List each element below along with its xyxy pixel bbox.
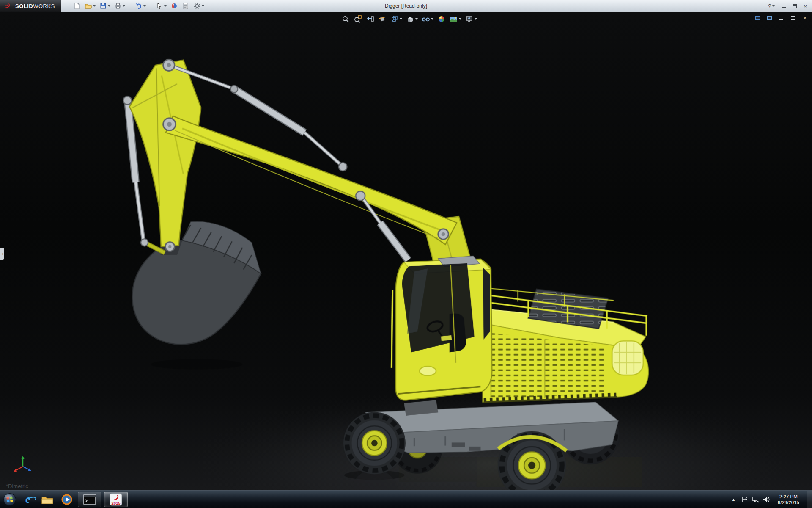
- print-dropdown-caret[interactable]: [123, 5, 125, 7]
- hide-show-items-caret[interactable]: [431, 18, 433, 20]
- apply-scene-icon: [450, 15, 458, 23]
- hide-show-items-icon: [422, 15, 430, 23]
- internet-explorer-button[interactable]: e: [19, 492, 36, 507]
- file-properties-icon: [182, 2, 189, 10]
- apply-scene-caret[interactable]: [459, 18, 461, 20]
- maximize-icon: [793, 4, 797, 8]
- volume-icon[interactable]: [763, 496, 770, 503]
- view-orientation-caret[interactable]: [400, 18, 402, 20]
- show-desktop-button[interactable]: [807, 491, 812, 508]
- svg-text:2015: 2015: [111, 501, 121, 505]
- document-restore-button[interactable]: [789, 14, 797, 21]
- system-tray: ▲ 2:27 PM 6/26/2015: [730, 491, 812, 508]
- graphics-area[interactable]: × ◄ *Dimetric: [0, 12, 812, 490]
- next-window-button[interactable]: [765, 14, 773, 21]
- featuremanager-flyout-tab[interactable]: ◄: [0, 248, 4, 260]
- edit-appearance-button-viewport[interactable]: [436, 14, 447, 24]
- reference-triad: [13, 454, 33, 476]
- document-minimize-button[interactable]: [777, 14, 785, 21]
- select-dropdown-caret[interactable]: [164, 5, 167, 7]
- save-floppy-icon: [99, 2, 107, 10]
- new-document-button[interactable]: [72, 1, 82, 11]
- view-settings-caret[interactable]: [475, 18, 477, 20]
- standard-toolbar: [61, 1, 206, 11]
- command-prompt-button[interactable]: [78, 492, 102, 507]
- display-style-icon: [406, 15, 414, 23]
- internet-explorer-icon: e: [25, 494, 30, 505]
- save-dropdown-caret[interactable]: [108, 5, 110, 7]
- minimize-icon: [782, 4, 786, 8]
- triad-y-axis: [22, 456, 25, 459]
- open-folder-icon: [85, 2, 92, 10]
- close-button[interactable]: ×: [804, 3, 807, 9]
- zoom-to-area-button[interactable]: [353, 14, 363, 24]
- file-properties-button[interactable]: [181, 1, 191, 11]
- next-window-icon: [767, 16, 772, 20]
- open-dropdown-caret[interactable]: [93, 5, 96, 7]
- print-button[interactable]: [113, 1, 126, 11]
- start-button[interactable]: [0, 491, 19, 508]
- windows-orb-icon: [3, 493, 16, 506]
- view-settings-button[interactable]: [464, 14, 478, 24]
- appearance-sphere-icon: [170, 2, 178, 10]
- section-view-icon: [378, 15, 387, 23]
- title-bar: SOLIDWORKS: [0, 0, 812, 12]
- action-center-flag-icon[interactable]: [741, 496, 748, 503]
- print-icon: [114, 2, 122, 10]
- show-hidden-icons-button[interactable]: ▲: [730, 496, 737, 503]
- digger-3d-model[interactable]: [0, 12, 812, 490]
- select-button[interactable]: [154, 1, 168, 11]
- options-button[interactable]: [192, 1, 206, 11]
- previous-window-button[interactable]: [754, 14, 761, 21]
- view-orientation-label: *Dimetric: [6, 483, 28, 489]
- maximize-button[interactable]: [793, 4, 797, 8]
- previous-window-icon: [755, 16, 760, 20]
- view-settings-icon: [465, 15, 474, 23]
- edit-appearance-button[interactable]: [169, 1, 179, 11]
- view-orientation-cube-icon: [390, 15, 399, 23]
- toolbar-separator: [130, 2, 130, 10]
- section-view-button[interactable]: [377, 14, 387, 24]
- media-player-icon: [61, 494, 73, 505]
- network-icon[interactable]: [752, 496, 759, 503]
- display-style-caret[interactable]: [415, 18, 418, 20]
- hide-show-items-button[interactable]: [421, 14, 434, 24]
- folder-icon: [41, 494, 54, 505]
- display-style-button[interactable]: [405, 14, 419, 24]
- open-button[interactable]: [83, 1, 97, 11]
- minimize-button[interactable]: [782, 4, 786, 8]
- document-minimize-icon: [779, 16, 783, 20]
- document-close-button[interactable]: ×: [801, 14, 809, 21]
- help-button[interactable]: ?: [768, 3, 775, 9]
- cab[interactable]: [392, 256, 492, 416]
- zoom-to-fit-icon: [341, 15, 350, 23]
- solidworks-taskbar-button[interactable]: 2015: [104, 492, 128, 507]
- solidworks-logo: SOLIDWORKS: [0, 0, 61, 12]
- help-dropdown-caret: [772, 5, 775, 7]
- undo-icon: [135, 2, 143, 10]
- command-prompt-icon: [83, 494, 96, 505]
- undo-button[interactable]: [134, 1, 147, 11]
- save-button[interactable]: [98, 1, 112, 11]
- media-player-button[interactable]: [58, 492, 75, 507]
- toolbar-separator: [151, 2, 151, 10]
- previous-view-icon: [366, 15, 374, 23]
- clock-date: 6/26/2015: [778, 500, 799, 505]
- taskbar-items: e: [19, 492, 128, 507]
- windows-explorer-button[interactable]: [39, 492, 56, 507]
- options-gear-icon: [193, 2, 201, 10]
- select-cursor-icon: [156, 2, 163, 10]
- options-dropdown-caret[interactable]: [202, 5, 204, 7]
- apply-scene-button[interactable]: [449, 14, 462, 24]
- heads-up-view-toolbar: [340, 14, 478, 24]
- window-title: Digger [Read-only]: [385, 0, 427, 12]
- clock-time: 2:27 PM: [778, 494, 799, 500]
- view-orientation-button[interactable]: [390, 14, 403, 24]
- document-restore-icon: [791, 16, 795, 20]
- document-window-controls: ×: [754, 14, 809, 21]
- zoom-to-fit-button[interactable]: [340, 14, 351, 24]
- solidworks-wordmark: SOLIDWORKS: [15, 3, 55, 9]
- undo-dropdown-caret[interactable]: [143, 5, 146, 7]
- previous-view-button[interactable]: [365, 14, 375, 24]
- clock[interactable]: 2:27 PM 6/26/2015: [774, 494, 803, 505]
